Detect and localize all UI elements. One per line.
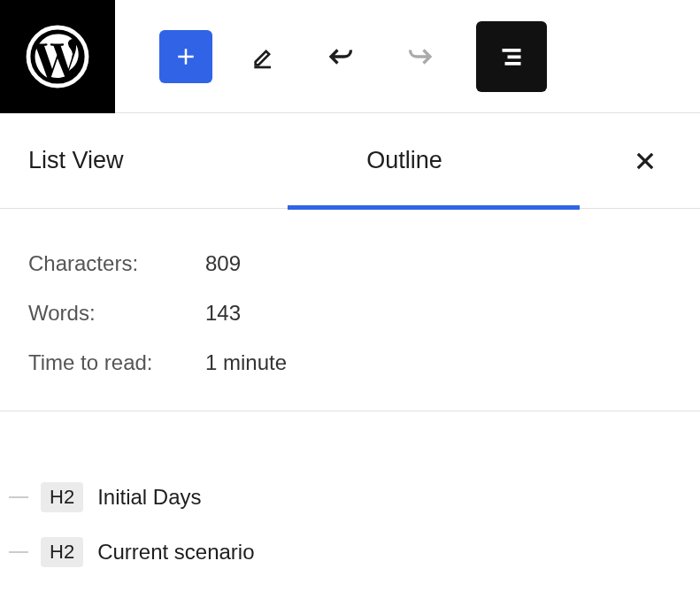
panel-tabs: List View Outline [0,113,700,209]
edit-mode-button[interactable] [237,30,290,83]
document-stats: Characters: 809 Words: 143 Time to read:… [0,209,700,411]
add-block-button[interactable] [159,30,212,83]
stat-characters-label: Characters: [28,251,205,276]
heading-level-badge: H2 [41,482,83,512]
outline-item[interactable]: H2 Current scenario [9,537,691,567]
document-overview-button[interactable] [476,21,547,92]
tab-outline[interactable]: Outline [258,113,550,208]
tab-active-indicator [288,205,580,210]
tab-outline-label: Outline [366,147,442,174]
outline-icon [496,41,527,73]
svg-rect-4 [505,62,521,65]
svg-rect-2 [503,49,521,52]
close-panel-button[interactable] [627,143,663,179]
outline-title: Current scenario [97,540,254,565]
stat-characters-value: 809 [205,251,241,276]
outline-title: Initial Days [97,485,201,510]
close-icon [633,149,658,173]
outline-connector-icon [9,551,28,553]
stat-words: Words: 143 [28,301,672,326]
undo-button[interactable] [315,30,368,83]
wordpress-icon [26,25,89,88]
editor-toolbar [0,0,700,113]
stat-words-label: Words: [28,301,205,326]
stat-words-value: 143 [205,301,241,326]
outline-item[interactable]: H2 Initial Days [9,482,691,512]
outline-list: H2 Initial Days H2 Current scenario [0,411,700,567]
svg-rect-1 [254,65,271,68]
outline-connector-icon [9,496,28,498]
redo-icon [404,41,435,73]
stat-characters: Characters: 809 [28,251,672,276]
undo-icon [326,41,358,73]
stat-time-value: 1 minute [205,350,287,375]
toolbar-buttons [159,21,547,92]
pencil-icon [250,42,278,71]
stat-time-label: Time to read: [28,350,205,375]
svg-rect-3 [508,55,521,58]
wordpress-logo[interactable] [0,0,115,113]
heading-level-badge: H2 [41,537,83,567]
redo-button[interactable] [393,30,446,83]
stat-time: Time to read: 1 minute [28,350,672,375]
tab-list-view-label: List View [28,147,124,174]
plus-icon [173,43,199,70]
tab-list-view[interactable]: List View [28,113,258,208]
